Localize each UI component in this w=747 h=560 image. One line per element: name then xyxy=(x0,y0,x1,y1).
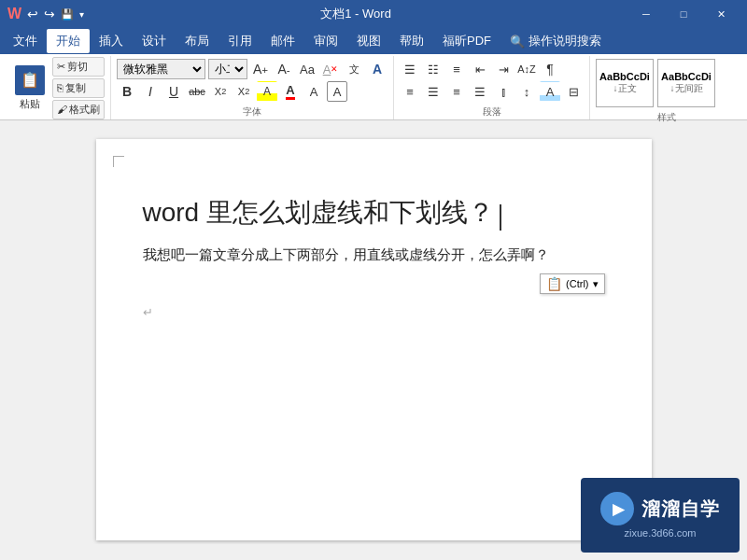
ctrl-tooltip[interactable]: 📋 (Ctrl) ▾ xyxy=(540,273,604,294)
para-row2: ≡ ☰ ≡ ☰ ⫿ ↕ A ⊟ xyxy=(400,81,584,102)
ribbon-section: 📋 粘贴 ✂ 剪切 ⎘ 复制 🖌 格式刷 xyxy=(4,56,743,119)
bullets-button[interactable]: ☰ xyxy=(400,59,420,79)
menu-search[interactable]: 🔍 操作说明搜索 xyxy=(500,29,611,53)
style-normal-preview: AaBbCcDi xyxy=(599,71,650,82)
style-nospace[interactable]: AaBbCcDi ↓无间距 xyxy=(657,59,715,107)
style-nospace-preview: AaBbCcDi xyxy=(661,71,712,82)
para-row1: ☰ ☷ ≡ ⇤ ⇥ A↕Z ¶ xyxy=(400,59,584,79)
copy-button[interactable]: ⎘ 复制 xyxy=(52,78,105,98)
redo-icon[interactable]: ↪ xyxy=(44,7,55,21)
watermark-top: ▶ 溜溜自学 xyxy=(600,492,720,525)
watermark-url: zixue.3d66.com xyxy=(624,527,696,539)
clear-format-button[interactable]: A✕ xyxy=(320,59,341,79)
strikethrough-button[interactable]: abc xyxy=(187,81,207,102)
font-group: 微软雅黑 小二 A+ A- Aa A✕ 文 A B I U abc xyxy=(111,56,394,119)
menu-design[interactable]: 设计 xyxy=(133,29,176,53)
text-highlight-button[interactable]: A xyxy=(257,81,277,102)
window-controls: ─ □ ✕ xyxy=(627,0,740,28)
text-effects-button[interactable]: A xyxy=(367,59,388,79)
window-title: 文档1 - Word xyxy=(84,6,627,22)
autosave-icon[interactable]: 💾 xyxy=(61,8,74,21)
show-marks-button[interactable]: ¶ xyxy=(540,59,560,79)
undo-icon[interactable]: ↩ xyxy=(27,7,38,21)
paragraph-group: ☰ ☷ ≡ ⇤ ⇥ A↕Z ¶ ≡ ☰ ≡ ☰ ⫿ ↕ A ⊟ 段落 xyxy=(394,56,590,119)
clipboard-small-icon: 📋 xyxy=(546,276,562,291)
menu-file[interactable]: 文件 xyxy=(4,29,47,53)
multilevel-list-button[interactable]: ≡ xyxy=(446,59,467,79)
paste-icon: 📋 xyxy=(15,65,45,95)
style-nospace-label: ↓无间距 xyxy=(670,82,703,95)
menu-bar: 文件 开始 插入 设计 布局 引用 邮件 审阅 视图 帮助 福昕PDF 🔍 操作… xyxy=(0,28,747,54)
word-logo-icon: W xyxy=(7,6,21,22)
menu-help[interactable]: 帮助 xyxy=(390,29,433,53)
subscript-button[interactable]: X2 xyxy=(210,81,231,102)
ctrl-dropdown-icon: ▾ xyxy=(593,278,599,290)
menu-foxitpdf[interactable]: 福昕PDF xyxy=(433,29,500,53)
clipboard-group: 📋 粘贴 ✂ 剪切 ⎘ 复制 🖌 格式刷 xyxy=(4,56,111,119)
doc-body-container: 我想吧一篇文章分成上下两部分，用直线或虚线分开，怎么弄啊？ 📋 (Ctrl) ▾ xyxy=(143,244,605,266)
justify-button[interactable]: ☰ xyxy=(470,81,490,102)
doc-body-text[interactable]: 我想吧一篇文章分成上下两部分，用直线或虚线分开，怎么弄啊？ xyxy=(143,244,605,266)
style-normal[interactable]: AaBbCcDi ↓正文 xyxy=(596,59,654,107)
styles-group: AaBbCcDi ↓正文 AaBbCcDi ↓无间距 样式 xyxy=(590,56,743,119)
style-boxes: AaBbCcDi ↓正文 AaBbCcDi ↓无间距 xyxy=(596,59,738,107)
ribbon: 📋 粘贴 ✂ 剪切 ⎘ 复制 🖌 格式刷 xyxy=(0,54,747,120)
font-size-select[interactable]: 小二 xyxy=(208,59,247,79)
align-right-button[interactable]: ≡ xyxy=(446,81,467,102)
phonetic-button[interactable]: 文 xyxy=(344,59,364,79)
minimize-button[interactable]: ─ xyxy=(627,0,665,28)
decrease-indent-button[interactable]: ⇤ xyxy=(470,59,490,79)
bold-button[interactable]: B xyxy=(117,81,137,102)
superscript-button[interactable]: X2 xyxy=(233,81,254,102)
char-shading-button[interactable]: A xyxy=(303,81,324,102)
cut-button[interactable]: ✂ 剪切 xyxy=(52,57,105,77)
menu-insert[interactable]: 插入 xyxy=(90,29,133,53)
char-border-button[interactable]: A xyxy=(327,81,347,102)
font-name-select[interactable]: 微软雅黑 xyxy=(117,59,205,79)
watermark-play-icon: ▶ xyxy=(600,492,634,525)
increase-indent-button[interactable]: ⇥ xyxy=(493,59,514,79)
font-grow-button[interactable]: A+ xyxy=(250,59,271,79)
clipboard-small-buttons: ✂ 剪切 ⎘ 复制 🖌 格式刷 xyxy=(52,57,105,119)
search-icon: 🔍 xyxy=(510,35,525,49)
corner-mark-tl xyxy=(113,156,124,167)
menu-mail[interactable]: 邮件 xyxy=(261,29,304,53)
paragraph-mark: ↵ xyxy=(143,305,153,319)
menu-layout[interactable]: 布局 xyxy=(176,29,218,53)
font-row1: 微软雅黑 小二 A+ A- Aa A✕ 文 A xyxy=(117,59,388,79)
font-shrink-button[interactable]: A- xyxy=(274,59,294,79)
paste-button[interactable]: 📋 粘贴 xyxy=(9,62,50,115)
font-group-label: 字体 xyxy=(117,104,388,119)
borders-button[interactable]: ⊟ xyxy=(563,81,584,102)
doc-heading[interactable]: word 里怎么划虚线和下划线？ xyxy=(143,198,494,227)
watermark-name: 溜溜自学 xyxy=(641,497,720,522)
columns-button[interactable]: ⫿ xyxy=(493,81,514,102)
menu-review[interactable]: 审阅 xyxy=(304,29,347,53)
font-color-button[interactable]: A xyxy=(280,81,301,102)
menu-home[interactable]: 开始 xyxy=(47,29,90,53)
doc-heading-container: word 里怎么划虚线和下划线？ xyxy=(143,195,605,231)
paste-label: 粘贴 xyxy=(20,97,40,111)
cut-icon: ✂ xyxy=(57,61,65,73)
watermark: ▶ 溜溜自学 zixue.3d66.com xyxy=(581,478,740,553)
shading-button[interactable]: A xyxy=(540,81,560,102)
sort-button[interactable]: A↕Z xyxy=(516,59,537,79)
change-case-button[interactable]: Aa xyxy=(297,59,317,79)
close-button[interactable]: ✕ xyxy=(702,0,740,28)
italic-button[interactable]: I xyxy=(140,81,161,102)
restore-button[interactable]: □ xyxy=(665,0,702,28)
menu-references[interactable]: 引用 xyxy=(218,29,261,53)
line-spacing-button[interactable]: ↕ xyxy=(516,81,537,102)
format-painter-button[interactable]: 🖌 格式刷 xyxy=(52,100,105,119)
ctrl-hint-text: (Ctrl) xyxy=(566,278,588,289)
format-painter-icon: 🖌 xyxy=(57,104,67,115)
styles-group-label: 样式 xyxy=(596,109,738,124)
numbering-button[interactable]: ☷ xyxy=(423,59,444,79)
document-page[interactable]: word 里怎么划虚线和下划线？ 我想吧一篇文章分成上下两部分，用直线或虚线分开… xyxy=(96,139,652,540)
menu-view[interactable]: 视图 xyxy=(347,29,390,53)
title-left-icons: W ↩ ↪ 💾 ▾ xyxy=(7,6,84,22)
underline-button[interactable]: U xyxy=(163,81,184,102)
align-center-button[interactable]: ☰ xyxy=(423,81,444,102)
align-left-button[interactable]: ≡ xyxy=(400,81,420,102)
para-group-label: 段落 xyxy=(400,104,584,119)
